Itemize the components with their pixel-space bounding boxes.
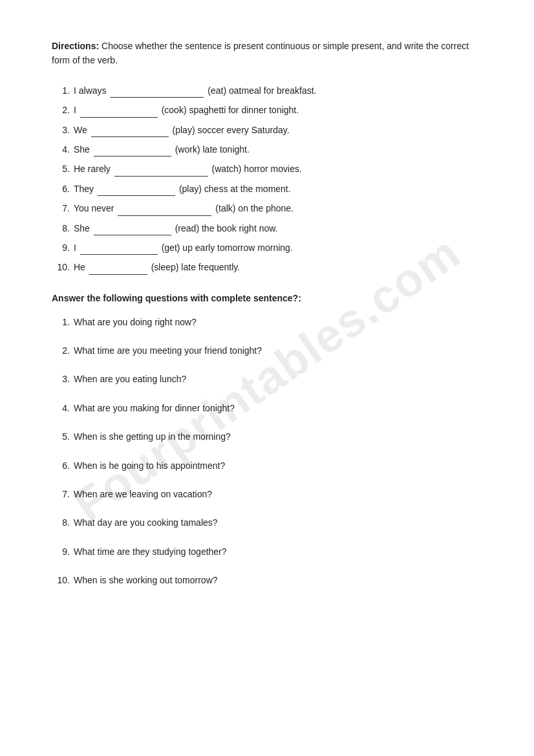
directions-label: Directions: <box>52 41 99 51</box>
item-number: 6. <box>52 459 70 473</box>
item-number: 3. <box>52 372 70 386</box>
item-number: 10. <box>52 260 70 274</box>
list-item: 10. When is she working out tomorrow? <box>52 573 482 587</box>
list-item: 6. When is he going to his appointment? <box>52 459 482 473</box>
answer-blank <box>114 167 208 177</box>
item-number: 4. <box>52 142 70 157</box>
item-number: 5. <box>52 162 70 176</box>
item-number: 7. <box>52 201 70 215</box>
directions-text: Directions: Choose whether the sentence … <box>52 39 482 68</box>
question-text: What are you making for dinner tonight? <box>74 401 235 415</box>
item-number: 9. <box>52 545 70 559</box>
list-item: 8. She (read) the book right now. <box>52 221 482 235</box>
directions-section: Directions: Choose whether the sentence … <box>52 39 482 68</box>
list-item: 9. I (get) up early tomorrow morning. <box>52 241 482 255</box>
item-content: I always (eat) oatmeal for breakfast. <box>74 83 316 98</box>
answer-blank <box>91 128 169 137</box>
list-item: 5. He rarely (watch) horror movies. <box>52 162 482 176</box>
item-number: 10. <box>52 573 70 587</box>
item-content: She (read) the book right now. <box>74 221 277 235</box>
list-item: 8. What day are you cooking tamales? <box>52 515 482 530</box>
list-item: 1. What are you doing right now? <box>52 315 482 329</box>
list-item: 2. What time are you meeting your friend… <box>52 343 482 358</box>
directions-body: Choose whether the sentence is present c… <box>52 41 469 65</box>
answer-blank <box>89 266 147 275</box>
item-number: 5. <box>52 429 70 444</box>
list-item: 6. They (play) chess at the moment. <box>52 182 482 196</box>
list-item: 2. I (cook) spaghetti for dinner tonight… <box>52 103 482 117</box>
question-text: When are we leaving on vacation? <box>74 487 212 501</box>
item-content: I (cook) spaghetti for dinner tonight. <box>74 103 299 117</box>
item-number: 4. <box>52 401 70 415</box>
answer-blank <box>80 109 158 118</box>
list-item: 9. What time are they studying together? <box>52 545 482 559</box>
item-number: 7. <box>52 487 70 501</box>
item-number: 6. <box>52 182 70 196</box>
question-text: What time are you meeting your friend to… <box>74 343 262 358</box>
question-text: When is she getting up in the morning? <box>74 429 231 444</box>
list-item: 3. When are you eating lunch? <box>52 372 482 386</box>
item-content: He rarely (watch) horror movies. <box>74 162 302 176</box>
item-content: They (play) chess at the moment. <box>74 182 291 196</box>
section2-title: Answer the following questions with comp… <box>52 293 482 303</box>
item-number: 8. <box>52 221 70 235</box>
answer-blank <box>118 207 211 216</box>
item-number: 2. <box>52 343 70 358</box>
item-content: I (get) up early tomorrow morning. <box>74 241 293 255</box>
question-text: When is she working out tomorrow? <box>74 573 218 587</box>
question-text: What are you doing right now? <box>74 315 197 329</box>
question-text: When is he going to his appointment? <box>74 459 225 473</box>
item-number: 3. <box>52 123 70 137</box>
list-item: 4. She (work) late tonight. <box>52 142 482 157</box>
item-content: You never (talk) on the phone. <box>74 201 294 215</box>
answer-blank <box>80 246 158 255</box>
question-text: What time are they studying together? <box>74 545 227 559</box>
question-text: What day are you cooking tamales? <box>74 515 218 530</box>
answer-blank <box>98 187 175 196</box>
item-number: 1. <box>52 83 70 98</box>
questions-list: 1. What are you doing right now? 2. What… <box>52 315 482 588</box>
list-item: 10. He (sleep) late frequently. <box>52 260 482 274</box>
item-content: We (play) soccer every Saturday. <box>74 123 290 137</box>
item-number: 1. <box>52 315 70 329</box>
item-number: 2. <box>52 103 70 117</box>
question-text: When are you eating lunch? <box>74 372 186 386</box>
answer-blank <box>94 226 171 235</box>
answer-blank <box>94 147 171 157</box>
list-item: 4. What are you making for dinner tonigh… <box>52 401 482 415</box>
exercise-list: 1. I always (eat) oatmeal for breakfast.… <box>52 83 482 275</box>
answer-blank <box>110 89 204 98</box>
item-number: 9. <box>52 241 70 255</box>
list-item: 7. When are we leaving on vacation? <box>52 487 482 501</box>
item-content: She (work) late tonight. <box>74 142 250 157</box>
item-number: 8. <box>52 515 70 530</box>
item-content: He (sleep) late frequently. <box>74 260 240 274</box>
list-item: 1. I always (eat) oatmeal for breakfast. <box>52 83 482 98</box>
list-item: 5. When is she getting up in the morning… <box>52 429 482 444</box>
list-item: 7. You never (talk) on the phone. <box>52 201 482 215</box>
list-item: 3. We (play) soccer every Saturday. <box>52 123 482 137</box>
